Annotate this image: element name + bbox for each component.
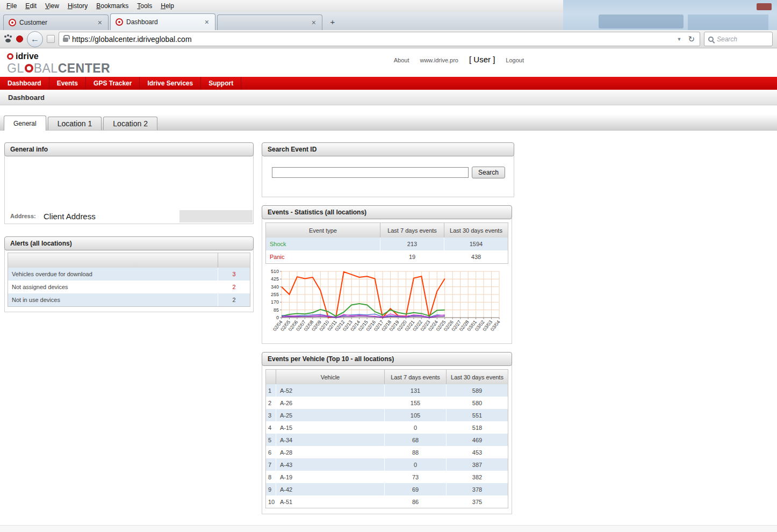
- vehicle-name-cell: A-42: [276, 483, 384, 495]
- vehicle-last7-cell: 69: [384, 483, 446, 495]
- tab-label: Customer: [19, 19, 93, 26]
- nav-idrive-services[interactable]: Idrive Services: [140, 77, 201, 90]
- reload-icon[interactable]: ↻: [687, 34, 696, 44]
- tab-close-icon[interactable]: ×: [204, 18, 210, 26]
- vehicle-last7-cell: 105: [384, 409, 446, 421]
- last7-cell: 19: [380, 250, 444, 263]
- url-text[interactable]: https://globalcenter.idriveglobal.com: [72, 35, 672, 44]
- vehicle-header-cell: Last 30 days events: [446, 370, 508, 384]
- main-nav: DashboardEventsGPS TrackerIdrive Service…: [0, 77, 777, 90]
- events-per-vehicle-panel: Events per Vehicle (Top 10 - all locatio…: [262, 352, 512, 514]
- alerts-header-cell: [218, 253, 250, 268]
- panel-title: Search Event ID: [268, 146, 316, 153]
- logo-word-row: idrive: [7, 52, 110, 61]
- vehicle-last7-cell: 0: [384, 458, 446, 471]
- panel-title: Alerts (all locations): [10, 240, 72, 247]
- nav-dashboard[interactable]: Dashboard: [0, 77, 49, 90]
- page-icon[interactable]: [47, 35, 55, 43]
- site-header: idrive GL BAL CENTER About www.idrive.pr…: [0, 48, 777, 77]
- alert-row: Not in use devices2: [8, 293, 250, 306]
- record-icon[interactable]: [16, 35, 23, 42]
- search-icon: [708, 37, 714, 42]
- vehicle-last7-cell: 88: [384, 446, 446, 458]
- tab-label: Dashboard: [126, 18, 200, 26]
- url-bar[interactable]: https://globalcenter.idriveglobal.com ▼ …: [59, 32, 700, 46]
- new-tab-button[interactable]: +: [325, 15, 340, 28]
- user-label[interactable]: [ User ]: [469, 55, 495, 64]
- event-type-cell: Panic: [266, 250, 380, 263]
- menu-view[interactable]: View: [41, 1, 63, 11]
- stats-header-cell: Last 7 days events: [380, 223, 444, 238]
- stats-row: Panic19438: [266, 250, 508, 263]
- url-dropdown-icon[interactable]: ▼: [675, 37, 684, 42]
- vehicle-rank-cell: 10: [266, 495, 276, 508]
- nav-events[interactable]: Events: [49, 77, 86, 90]
- menu-history[interactable]: History: [63, 1, 92, 11]
- browser-tab[interactable]: ×: [217, 15, 322, 30]
- vehicle-header-cell: Vehicle: [276, 370, 384, 384]
- breadcrumb-label: Dashboard: [8, 94, 45, 102]
- stats-header-cell: Last 30 days events: [444, 223, 508, 238]
- vehicle-last7-cell: 86: [384, 495, 446, 508]
- vehicle-name-cell: A-25: [276, 409, 384, 421]
- vehicle-rank-cell: 3: [266, 409, 276, 421]
- logo-globalcenter: GL BAL CENTER: [7, 62, 110, 75]
- menu-bookmarks[interactable]: Bookmarks: [92, 1, 133, 11]
- back-button[interactable]: ←: [27, 31, 43, 47]
- tab-close-icon[interactable]: ×: [311, 19, 317, 26]
- general-info-panel: General info Address: Client Address: [4, 142, 254, 224]
- vehicle-name-cell: A-19: [276, 471, 384, 483]
- tab-location-1[interactable]: Location 1: [48, 117, 102, 130]
- site-link[interactable]: www.idrive.pro: [420, 57, 458, 63]
- events-per-vehicle-header: Events per Vehicle (Top 10 - all locatio…: [262, 352, 512, 366]
- vehicle-last30-cell: 469: [446, 434, 508, 446]
- vehicle-name-cell: A-15: [276, 421, 384, 434]
- vehicle-last30-cell: 551: [446, 409, 508, 421]
- vehicle-table: VehicleLast 7 days eventsLast 30 days ev…: [265, 369, 508, 508]
- vehicle-last30-cell: 589: [446, 384, 508, 397]
- menu-help[interactable]: Help: [156, 1, 178, 11]
- header-links: About www.idrive.pro [ User ] Logout: [394, 55, 524, 64]
- vehicle-rank-cell: 7: [266, 458, 276, 471]
- event-id-input[interactable]: [272, 167, 469, 178]
- svg-text:0: 0: [276, 315, 279, 320]
- tab-location-2[interactable]: Location 2: [103, 117, 157, 130]
- alerts-table-header-row: [8, 253, 250, 268]
- vehicle-last7-cell: 131: [384, 384, 446, 397]
- vehicle-last30-cell: 382: [446, 471, 508, 483]
- stats-row: Shock2131594: [266, 238, 508, 250]
- vehicle-row: 7A-430387: [266, 458, 508, 471]
- vehicle-rank-cell: 8: [266, 471, 276, 483]
- browser-search-placeholder: Search: [717, 35, 737, 43]
- alert-value: 2: [218, 293, 250, 306]
- about-link[interactable]: About: [394, 57, 409, 63]
- logo-gl: GL: [7, 62, 24, 75]
- vehicle-last30-cell: 378: [446, 483, 508, 495]
- browser-tab-dashboard[interactable]: Dashboard×: [110, 13, 215, 30]
- address-field-area: [179, 210, 253, 222]
- nav-support[interactable]: Support: [201, 77, 241, 90]
- alerts-panel: Alerts (all locations) Vehicles overdue …: [4, 236, 254, 312]
- tab-close-icon[interactable]: ×: [97, 19, 103, 26]
- browser-search-box[interactable]: Search: [704, 32, 773, 46]
- logo-o-ring-icon: [25, 64, 33, 73]
- menu-edit[interactable]: Edit: [21, 1, 41, 11]
- menu-bar: FileEditViewHistoryBookmarksToolsHelp: [0, 0, 777, 12]
- events-stats-panel: Events - Statistics (all locations) Even…: [262, 205, 512, 344]
- address-value: Client Address: [44, 212, 179, 221]
- search-event-header: Search Event ID: [262, 142, 514, 156]
- menu-tools[interactable]: Tools: [133, 1, 156, 11]
- event-search-button[interactable]: Search: [472, 167, 505, 178]
- menu-file[interactable]: File: [2, 1, 21, 11]
- browser-tab-customer[interactable]: Customer×: [3, 15, 109, 30]
- addon-paw-icon[interactable]: [4, 35, 12, 42]
- search-event-panel: Search Event ID Search: [262, 142, 514, 197]
- tab-general[interactable]: General: [4, 116, 46, 131]
- vehicle-rank-cell: 9: [266, 483, 276, 495]
- alerts-header-cell: [8, 253, 218, 268]
- nav-gps-tracker[interactable]: GPS Tracker: [86, 77, 140, 90]
- vehicle-rank-cell: 2: [266, 397, 276, 409]
- logout-link[interactable]: Logout: [506, 57, 524, 63]
- svg-text:85: 85: [274, 307, 279, 313]
- last30-cell: 1594: [444, 238, 508, 250]
